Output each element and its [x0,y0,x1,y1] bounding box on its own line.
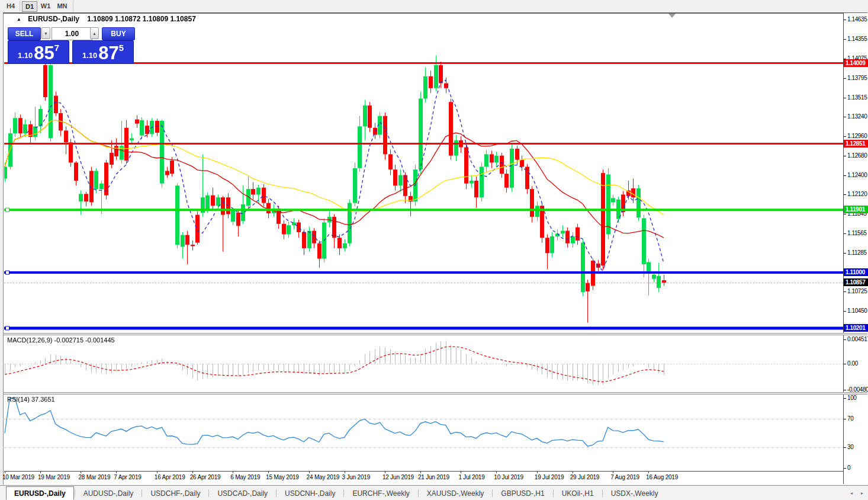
sell-price-box[interactable]: 1.10 85 7 [8,40,69,64]
macd-tick-mark [844,364,846,364]
date-label: 15 May 2019 [266,474,299,480]
volume-increase-button[interactable]: ▲ [90,27,99,39]
sell-price-pip: 7 [54,43,59,53]
sell-price-main: 85 [34,44,54,62]
date-label: 21 Jun 2019 [418,474,449,480]
rsi-tick-mark [844,398,846,399]
time-tick-mark [573,472,573,473]
rsi-tick-label: 100 [847,395,857,401]
price-tick-label: 1.10450 [847,307,867,314]
date-label: 29 Jul 2019 [570,474,600,480]
tabs-scroll-left-button[interactable]: ◂ [847,489,856,498]
buy-button[interactable]: BUY [102,27,135,40]
collapse-one-click-icon[interactable]: ▲ [17,17,21,22]
price-tick-mark [844,136,846,137]
tab-eurusd-daily[interactable]: EURUSD-,Daily [6,486,74,500]
date-label: 7 Apr 2019 [114,474,141,480]
macd-indicator-label: MACD(12,26,9) -0.002715 -0.001445 [7,336,115,344]
timeframe-h4-button[interactable]: H4 [4,1,18,11]
time-tick-mark [648,472,649,473]
price-tick-mark [844,78,846,79]
sell-button[interactable]: SELL [8,27,41,40]
time-tick-mark [233,472,233,473]
chart-ohlc-values: 1.10809 1.10872 1.10809 1.10857 [87,15,196,23]
tab-eurchf-weekly[interactable]: EURCHF-,Weekly [345,488,417,499]
tab-usdx-weekly[interactable]: USDX-,Weekly [603,488,666,499]
timeframe-w1-button[interactable]: W1 [38,1,53,11]
chart-ohlc-header: ▲ EURUSD-,Daily 1.10809 1.10872 1.10809 … [17,15,196,23]
tab-usdcnh-daily[interactable]: USDCNH-,Daily [277,488,343,499]
price-tick-label: 1.12680 [847,152,867,159]
time-tick-mark [5,472,5,473]
buy-price-box[interactable]: 1.10 87 5 [72,40,134,64]
price-tick-label: 1.13795 [847,75,867,81]
chevron-down-icon: ▼ [44,31,48,36]
price-tick-label: 1.12400 [847,172,867,178]
timeframe-toolbar: H4 D1 W1 MN [0,0,868,12]
price-tick-mark [844,175,846,176]
sell-price-prefix: 1.10 [18,51,33,60]
timeframe-mn-button[interactable]: MN [55,1,69,11]
tab-gbpusd-h1[interactable]: GBPUSD-,H1 [493,488,552,499]
time-tick-mark [420,472,421,473]
macd-tick-label: 0.00 [847,360,858,367]
price-tick-mark [844,20,846,20]
tab-usdchf-daily[interactable]: USDCHF-,Daily [143,488,208,499]
time-tick-mark [537,472,538,473]
arrow-right-icon: ▸ [861,491,863,496]
panel-separator[interactable] [4,392,867,395]
rsi-tick-label: 70 [847,415,853,422]
price-level-box: 1.14009 [844,59,868,67]
time-tick-mark [81,472,81,473]
time-tick-mark [116,472,117,473]
arrow-left-icon: ◂ [850,491,853,496]
date-label: 7 Aug 2019 [610,474,639,480]
tabs-scroll-right-button[interactable]: ▸ [857,489,867,498]
macd-tick-mark [844,390,846,390]
rsi-tick-label: 30 [847,444,853,450]
date-label: 24 May 2019 [307,474,340,480]
price-tick-mark [844,233,846,234]
toolbar-separator [20,1,20,11]
tab-divider [602,489,603,497]
tab-xauusd-weekly[interactable]: XAUUSD-,Weekly [419,488,491,499]
price-tick-mark [844,291,846,292]
price-tick-label: 1.11565 [847,230,867,236]
timeframe-d1-button[interactable]: D1 [22,1,37,12]
price-tick-label: 1.14355 [847,36,867,42]
current-price-box: 1.10857 [844,278,868,286]
tab-divider [276,489,277,497]
price-axis[interactable]: 1.146351.143551.140751.137951.135151.132… [843,13,868,484]
rsi-panel-canvas[interactable] [4,395,843,470]
tab-ukoil-h1[interactable]: UKOil-,H1 [554,488,602,499]
date-label: 10 Jul 2019 [494,474,523,480]
tab-divider [75,489,75,497]
price-tick-mark [844,253,846,254]
date-label: 1 Jul 2019 [458,474,484,480]
tab-usdcad-daily[interactable]: USDCAD-,Daily [210,488,275,499]
buy-price-prefix: 1.10 [82,51,97,60]
volume-decrease-button[interactable]: ▼ [41,27,50,39]
date-label: 16 Aug 2019 [646,474,678,480]
volume-input[interactable] [52,27,92,40]
panel-separator[interactable] [4,333,867,335]
chart-shift-icon[interactable] [668,14,676,18]
price-tick-mark [844,98,846,98]
price-tick-label: 1.10725 [847,288,867,294]
rsi-tick-mark [844,419,846,419]
time-tick-mark [268,472,269,473]
macd-panel-canvas[interactable] [4,335,843,392]
time-tick-mark [385,472,385,473]
rsi-tick-mark [844,447,846,448]
price-level-box: 1.11000 [844,268,868,276]
time-tick-mark [461,472,461,473]
date-label: 19 Mar 2019 [38,474,70,480]
time-tick-mark [157,472,157,473]
price-tick-mark [844,214,846,214]
tab-audusd-daily[interactable]: AUDUSD-,Daily [76,488,142,499]
price-tick-mark [844,311,846,312]
time-tick-mark [613,472,613,473]
price-tick-label: 1.12120 [847,191,867,197]
chart-symbol-period: EURUSD-,Daily [28,15,79,23]
price-tick-mark [844,39,846,40]
